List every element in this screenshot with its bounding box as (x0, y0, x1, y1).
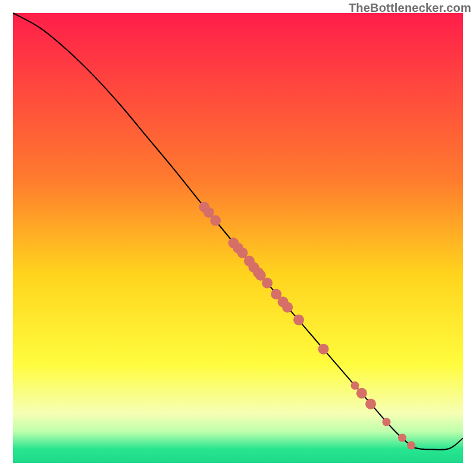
chart-background (13, 13, 463, 463)
chart-canvas (0, 0, 476, 476)
data-point (293, 315, 304, 325)
data-point (407, 441, 415, 450)
attribution-label: TheBottlenecker.com (349, 1, 471, 15)
data-point (262, 278, 273, 289)
data-point (210, 215, 221, 226)
data-point (356, 388, 367, 399)
data-point (382, 418, 390, 426)
data-point (365, 399, 376, 409)
data-point (351, 381, 359, 390)
bottleneck-chart: TheBottlenecker.com (0, 0, 476, 476)
data-point (398, 434, 406, 442)
data-point (318, 344, 329, 355)
data-point (282, 302, 293, 312)
